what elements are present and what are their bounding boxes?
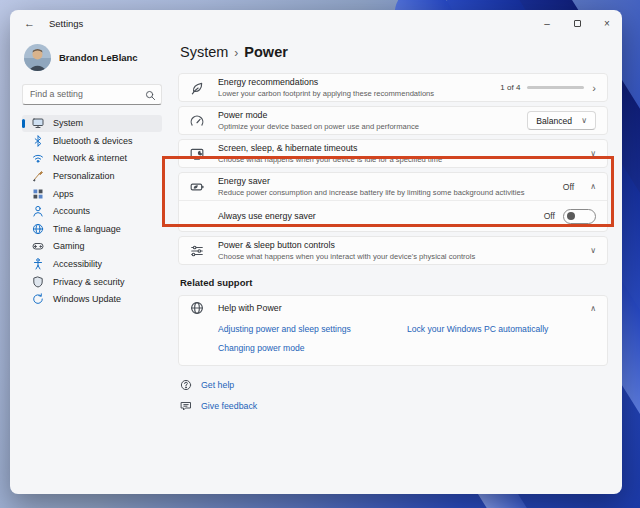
card-subtitle: Reduce power consumption and increase ba… [218,188,553,197]
back-button[interactable]: ← [24,17,35,29]
card-subtitle: Choose what happens when you interact wi… [218,252,580,261]
help-title: Help with Power [218,303,580,313]
sidebar-item-system[interactable]: System [22,115,162,133]
card-energy-recommendations[interactable]: Energy recommendations Lower your carbon… [178,73,608,102]
sliders-icon [190,244,205,258]
screen-sleep-icon [190,147,205,161]
card-title: Energy saver [218,176,553,186]
link-changing-power-mode[interactable]: Changing power mode [218,343,407,353]
link-adjusting-power[interactable]: Adjusting power and sleep settings [218,324,407,334]
user-profile[interactable]: Brandon LeBlanc [24,44,162,71]
sidebar-item-gaming[interactable]: Gaming [22,238,162,256]
card-screen-sleep[interactable]: Screen, sleep, & hibernate timeouts Choo… [178,139,608,168]
leaf-icon [190,81,205,95]
sidebar-item-label: Accessibility [53,259,102,269]
sidebar-item-windows-update[interactable]: Windows Update [22,290,162,308]
card-title: Power mode [218,110,517,120]
sidebar-item-label: Apps [53,189,74,199]
sidebar-item-bluetooth[interactable]: Bluetooth & devices [22,132,162,150]
sidebar-item-label: Personalization [53,171,115,181]
help-header[interactable]: Help with Power ∧ [179,296,607,320]
footer-links: Get help Give feedback [178,379,608,412]
toggle-state-label: Off [544,211,555,221]
sidebar-item-label: Time & language [53,224,121,234]
breadcrumb-system[interactable]: System [180,44,228,60]
sidebar-item-time-language[interactable]: Time & language [22,220,162,238]
sidebar-item-label: Accounts [53,206,90,216]
link-lock-pc[interactable]: Lock your Windows PC automatically [407,324,596,334]
sidebar-item-network[interactable]: Network & internet [22,150,162,168]
person-icon [32,205,44,217]
monitor-icon [32,117,44,129]
settings-window: ← Settings – × Brandon LeBlanc [10,10,622,494]
minimize-button[interactable]: – [532,10,562,36]
progress-label: 1 of 4 [500,83,520,92]
energy-saver-header[interactable]: Energy saver Reduce power consumption an… [179,173,607,200]
help-links: Adjusting power and sleep settings Lock … [179,320,607,365]
globe-icon [190,301,205,315]
avatar [24,44,51,71]
card-subtitle: Lower your carbon footprint by applying … [218,89,490,98]
sidebar-item-label: Windows Update [53,294,121,304]
close-button[interactable]: × [592,10,622,36]
card-energy-saver: Energy saver Reduce power consumption an… [178,172,608,232]
sidebar-item-label: System [53,118,83,128]
gamepad-icon [32,240,44,252]
sidebar-item-label: Network & internet [53,153,127,163]
bluetooth-icon [32,135,44,147]
sidebar-item-privacy[interactable]: Privacy & security [22,273,162,291]
breadcrumb: System›Power [180,44,608,60]
wifi-icon [32,152,44,164]
search-box [22,83,162,105]
chevron-down-icon: ∨ [590,246,596,255]
energy-saver-state: Off [563,182,574,192]
sidebar-item-label: Privacy & security [53,277,125,287]
chevron-right-icon: › [592,82,596,94]
sidebar-item-label: Bluetooth & devices [53,136,133,146]
get-help-link[interactable]: Get help [201,380,234,390]
page-title: Power [244,44,288,60]
update-icon [32,293,44,305]
sidebar-item-accounts[interactable]: Accounts [22,202,162,220]
search-icon [145,87,156,105]
give-feedback-link[interactable]: Give feedback [201,401,257,411]
card-help-with-power: Help with Power ∧ Adjusting power and sl… [178,295,608,366]
window-title: Settings [49,18,83,29]
sidebar-item-accessibility[interactable]: Accessibility [22,255,162,273]
always-energy-saver-row: Always use energy saver Off [179,201,607,231]
get-help-icon [180,379,192,391]
battery-leaf-icon [190,180,205,194]
accessibility-icon [32,258,44,270]
toggle-knob [567,212,575,220]
card-power-mode: Power mode Optimize your device based on… [178,106,608,135]
always-energy-saver-label: Always use energy saver [218,211,544,221]
card-power-buttons[interactable]: Power & sleep button controls Choose wha… [178,236,608,265]
breadcrumb-separator: › [234,46,238,60]
search-input[interactable] [22,84,162,105]
card-subtitle: Choose what happens when your device is … [218,155,580,164]
chevron-up-icon: ∧ [590,182,596,191]
feedback-icon [180,400,192,412]
main-content: System›Power Energy recommendations Lowe… [172,36,622,494]
sidebar-nav: System Bluetooth & devices Network & int… [22,115,162,309]
power-mode-dropdown[interactable]: Balanced ∨ [527,111,596,130]
clock-globe-icon [32,223,44,235]
card-title: Power & sleep button controls [218,240,580,250]
shield-icon [32,276,44,288]
chevron-up-icon: ∧ [590,304,596,313]
sidebar-item-apps[interactable]: Apps [22,185,162,203]
maximize-button[interactable] [562,10,592,36]
sidebar-item-label: Gaming [53,241,85,251]
card-title: Screen, sleep, & hibernate timeouts [218,143,580,153]
recommendations-progress: 1 of 4 [500,83,584,92]
power-mode-value: Balanced [536,116,572,126]
chevron-down-icon: ∨ [581,116,587,125]
progress-bar [527,86,584,90]
related-support-heading: Related support [180,277,608,288]
gauge-icon [190,114,205,128]
titlebar: ← Settings – × [10,10,622,36]
chevron-down-icon: ∨ [590,149,596,158]
sidebar-item-personalization[interactable]: Personalization [22,167,162,185]
user-name: Brandon LeBlanc [59,52,138,63]
always-energy-saver-toggle[interactable] [563,209,596,224]
